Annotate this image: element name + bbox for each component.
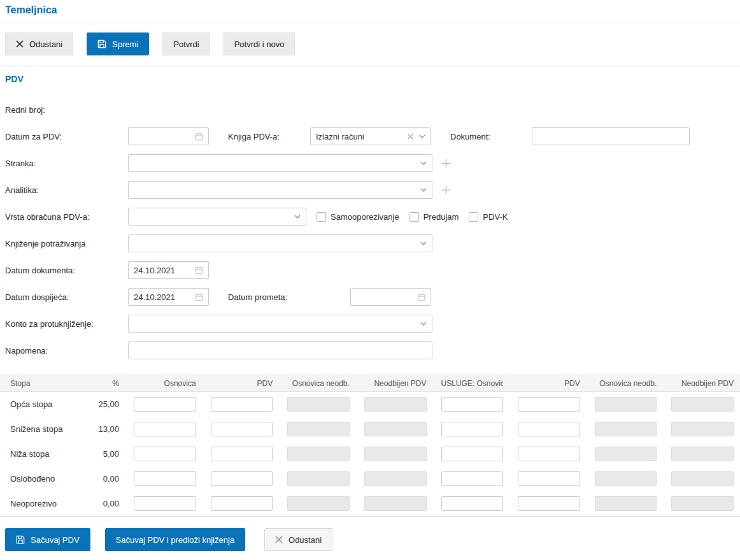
usluge-pdv-input[interactable]	[518, 447, 580, 461]
datum-dospijeca-label: Datum dospijeća:	[5, 292, 128, 302]
footer-cancel-button-label: Odustani	[288, 535, 322, 545]
clear-selection-icon[interactable]	[408, 134, 413, 140]
osnovica-input[interactable]	[134, 422, 196, 436]
add-analitika-button[interactable]	[441, 185, 451, 195]
usluge-osnovica-input[interactable]	[441, 447, 504, 461]
row-label: Neoporezivo	[5, 499, 76, 508]
row-label: Niža stopa	[5, 449, 76, 459]
save-button[interactable]: Spremi	[87, 32, 149, 55]
checkbox-predujam[interactable]: Predujam	[409, 212, 459, 222]
col-header-percent: %	[91, 379, 119, 388]
row-redni-broj: Redni broj:	[5, 101, 735, 118]
checkbox-box[interactable]	[317, 212, 326, 222]
vrsta-obracuna-label: Vrsta obračuna PDV-a:	[5, 212, 128, 222]
osnovica-input[interactable]	[134, 471, 196, 486]
usluge-pdv-input[interactable]	[518, 397, 580, 412]
cancel-button[interactable]: Odustani	[5, 32, 73, 55]
col-header-pdv: PDV	[211, 379, 273, 388]
chevron-down-icon[interactable]	[420, 322, 427, 326]
cancel-button-label: Odustani	[29, 39, 62, 49]
table-row-snizena-stopa: Snižena stopa 13,00	[0, 417, 740, 442]
save-icon	[16, 535, 25, 544]
checkbox-box[interactable]	[469, 212, 478, 222]
chevron-down-icon[interactable]	[420, 241, 427, 245]
row-vrsta-obracuna: Vrsta obračuna PDV-a: Samooporezivanje P…	[5, 208, 735, 226]
datum-dokumenta-label: Datum dokumenta:	[5, 266, 128, 275]
save-icon	[97, 39, 106, 48]
pdv-form: PDV Redni broj: Datum za PDV: Knjiga PDV…	[0, 66, 740, 359]
calendar-icon[interactable]	[195, 133, 203, 141]
osnovica-input[interactable]	[134, 447, 196, 461]
confirm-and-new-button[interactable]: Potvrdi i novo	[224, 32, 295, 55]
confirm-and-new-button-label: Potvrdi i novo	[234, 39, 285, 49]
footer-cancel-button[interactable]: Odustani	[264, 528, 332, 551]
datum-dospijeca-value: 24.10.2021	[134, 292, 175, 302]
usluge-neodbijen-pdv-input	[671, 496, 734, 511]
usluge-pdv-input[interactable]	[518, 496, 580, 511]
stranka-select[interactable]	[128, 154, 432, 172]
usluge-osnovica-neodb-input	[595, 496, 657, 511]
chevron-down-icon[interactable]	[420, 161, 427, 165]
usluge-osnovica-input[interactable]	[441, 397, 504, 412]
save-pdv-and-suggest-button[interactable]: Sačuvaj PDV i predloži knjiženja	[105, 528, 245, 551]
row-rate: 0,00	[91, 474, 119, 484]
close-icon	[16, 40, 24, 48]
col-header-usluge-pdv: PDV	[518, 379, 580, 388]
confirm-button[interactable]: Potvrdi	[162, 32, 210, 55]
osnovica-input[interactable]	[134, 496, 196, 511]
save-pdv-button[interactable]: Sačuvaj PDV	[5, 528, 90, 551]
datum-za-pdv-input[interactable]	[128, 127, 209, 145]
pdv-input[interactable]	[211, 447, 273, 461]
pdv-input[interactable]	[211, 496, 273, 511]
col-header-usluge-osnovica: USLUGE: Osnovica	[441, 379, 504, 388]
chevron-down-icon[interactable]	[419, 134, 425, 138]
knjiga-pdv-selected-value: Izlazni računi	[316, 132, 364, 141]
table-row-opca-stopa: Opća stopa 25,00	[0, 392, 740, 417]
datum-prometa-input[interactable]	[350, 288, 431, 306]
checkbox-pdv-k[interactable]: PDV-K	[469, 212, 508, 222]
chevron-down-icon[interactable]	[294, 215, 301, 219]
calendar-icon[interactable]	[195, 293, 203, 301]
usluge-osnovica-input[interactable]	[441, 471, 504, 486]
checkbox-samooporezivanje[interactable]: Samooporezivanje	[317, 212, 399, 222]
neodbijen-pdv-input	[364, 422, 427, 436]
row-analitika: Analitika:	[5, 181, 735, 199]
dokument-input[interactable]	[532, 128, 689, 145]
add-stranka-button[interactable]	[441, 159, 451, 168]
usluge-neodbijen-pdv-input	[671, 471, 734, 486]
table-row-neoporezivo: Neoporezivo 0,00	[0, 491, 740, 516]
datum-dokumenta-input[interactable]: 24.10.2021	[128, 261, 209, 279]
knjizenje-potrazivanja-select[interactable]	[128, 234, 432, 252]
knjizenje-potrazivanja-label: Knjiženje potraživanja	[5, 239, 128, 248]
row-stranka: Stranka:	[5, 154, 735, 172]
redni-broj-label: Redni broj:	[5, 105, 128, 115]
usluge-pdv-input[interactable]	[518, 471, 580, 486]
usluge-osnovica-input[interactable]	[441, 496, 504, 511]
save-button-label: Spremi	[112, 39, 138, 49]
chevron-down-icon[interactable]	[420, 188, 427, 192]
checkbox-box[interactable]	[409, 212, 419, 222]
stranka-label: Stranka:	[5, 159, 128, 168]
calendar-icon[interactable]	[417, 293, 425, 301]
usluge-pdv-input[interactable]	[518, 422, 580, 436]
row-label: Oslobođeno	[5, 474, 76, 484]
usluge-osnovica-input[interactable]	[441, 422, 504, 436]
konto-select[interactable]	[128, 315, 432, 333]
table-row-oslobodeno: Oslobođeno 0,00	[0, 466, 740, 491]
osnovica-input[interactable]	[134, 397, 196, 412]
napomena-input[interactable]	[129, 342, 432, 359]
knjiga-pdv-select[interactable]: Izlazni računi	[310, 127, 431, 145]
pdv-input[interactable]	[211, 471, 273, 486]
analitika-select[interactable]	[128, 181, 432, 199]
datum-dospijeca-input[interactable]: 24.10.2021	[128, 288, 209, 306]
usluge-neodbijen-pdv-input	[671, 397, 734, 412]
col-header-osnovica-neodb: Osnovica neodb.	[287, 379, 350, 388]
usluge-neodbijen-pdv-input	[671, 447, 734, 461]
pdv-input[interactable]	[211, 397, 273, 412]
vrsta-obracuna-select[interactable]	[128, 208, 306, 226]
calendar-icon[interactable]	[195, 266, 203, 275]
pdv-input[interactable]	[211, 422, 273, 436]
osnovica-neodb-input	[287, 471, 350, 486]
plus-icon	[441, 159, 451, 168]
neodbijen-pdv-input	[364, 447, 427, 461]
